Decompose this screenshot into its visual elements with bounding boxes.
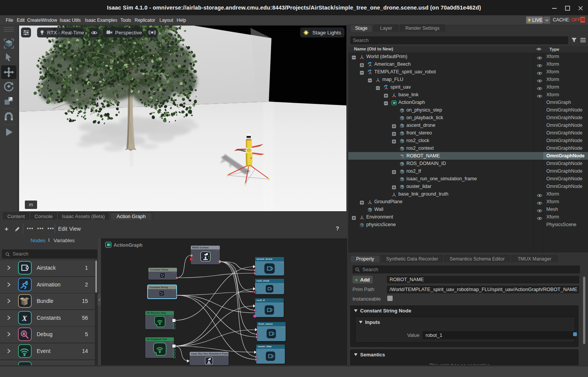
svg-text:X: X [22, 314, 28, 322]
